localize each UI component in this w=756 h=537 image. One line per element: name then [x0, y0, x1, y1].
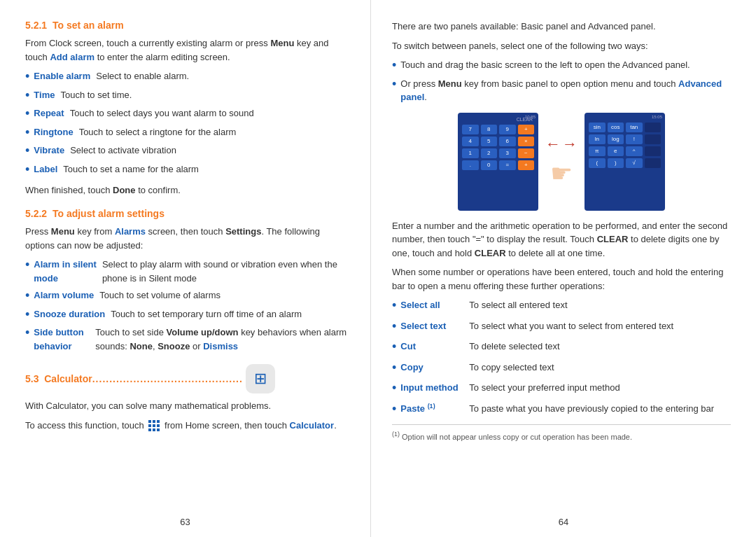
bullet-ringtone: • Ringtone Touch to select a ringtone fo…: [25, 125, 349, 141]
section-521-title: 5.2.1 To set an alarm: [25, 20, 349, 31]
arrow-right-icon: →: [562, 135, 578, 153]
calculator-icon: ⊞: [246, 364, 275, 393]
section-522-intro: Press Menu key from Alarms screen, then …: [25, 225, 349, 252]
bullet-dot: •: [25, 258, 29, 273]
alarm-adjust-list: • Alarm in silentmode Select to play ala…: [25, 258, 349, 353]
bullet-dot: •: [392, 381, 396, 396]
bullet-dot: •: [25, 69, 29, 85]
bullet-enable-alarm: • Enable alarm Select to enable alarm.: [25, 69, 349, 85]
bullet-silent-mode: • Alarm in silentmode Select to play ala…: [25, 258, 349, 285]
page-number-right: 64: [559, 517, 568, 527]
page-number-left: 63: [180, 517, 190, 527]
bullet-dot: •: [392, 77, 396, 92]
left-page: 5.2.1 To set an alarm From Clock screen,…: [0, 0, 371, 537]
calc-intro: With Calculator, you can solve many math…: [25, 399, 349, 413]
bullet-copy: • Copy To copy selected text: [392, 361, 731, 376]
section-53: 5.3 Calculator..........................…: [25, 364, 349, 432]
bullet-paste: • Paste (1) To paste what you have previ…: [392, 402, 731, 417]
bullet-select-text: • Select text To select what you want to…: [392, 319, 731, 335]
basic-calc-screen: 10:85 CLEAR 7 8 9 + 4 5 6 × 1 2 3 − . 0: [458, 113, 538, 211]
bullet-label: • Label Touch to set a name for the alar…: [25, 162, 349, 178]
calc-header: 5.3 Calculator..........................…: [25, 364, 349, 393]
basic-keypad: 7 8 9 + 4 5 6 × 1 2 3 − . 0 = +: [462, 125, 534, 170]
bullet-input-method: • Input method To select your preferred …: [392, 381, 731, 396]
right-body1: Enter a number and the arithmetic operat…: [392, 219, 731, 260]
bullet-dot: •: [25, 326, 29, 341]
bullet-dot: •: [25, 162, 29, 178]
calc-screenshots: 10:85 CLEAR 7 8 9 + 4 5 6 × 1 2 3 − . 0: [392, 113, 731, 211]
bullet-repeat: • Repeat Touch to select days you want a…: [25, 106, 349, 122]
section-522-header: 5.2.2 To adjust alarm settings: [25, 208, 349, 219]
right-page: There are two panels available: Basic pa…: [371, 0, 756, 537]
right-intro2: To switch between panels, select one of …: [392, 39, 731, 53]
bullet-dot: •: [25, 307, 29, 323]
right-body2: When some number or operations have been…: [392, 265, 731, 293]
bullet-dot: •: [25, 288, 29, 304]
bullet-dot: •: [392, 58, 396, 74]
section-521-intro: From Clock screen, touch a currently exi…: [25, 36, 349, 64]
advanced-calc-screen: 15:05 sin cos tan ln log ! π e ^ ( ) √: [584, 113, 665, 211]
bullet-dot: •: [25, 106, 29, 122]
alarm-settings-list: • Enable alarm Select to enable alarm. •…: [25, 69, 349, 178]
right-intro1: There are two panels available: Basic pa…: [392, 20, 731, 34]
advanced-keypad: sin cos tan ln log ! π e ^ ( ) √: [589, 123, 661, 168]
bullet-vibrate: • Vibrate Select to activate vibration: [25, 144, 349, 159]
bullet-menu: • Or press Menu key from basic panel to …: [392, 77, 731, 104]
bullet-time: • Time Touch to set time.: [25, 88, 349, 104]
bullet-side-button: • Side buttonbehavior Touch to set side …: [25, 326, 349, 353]
bullet-dot: •: [25, 144, 29, 159]
bullet-snooze: • Snooze duration Touch to set temporary…: [25, 307, 349, 323]
bullet-dot: •: [392, 361, 396, 376]
hand-icon: ☛: [550, 159, 573, 188]
bullet-dot: •: [392, 298, 396, 314]
bullet-select-all: • Select all To select all entered text: [392, 298, 731, 314]
bullet-dot: •: [392, 319, 396, 335]
bullet-cut: • Cut To delete selected text: [392, 340, 731, 355]
navigation-arrows: ← → ☛: [545, 135, 578, 188]
arrow-left-icon: ←: [545, 135, 561, 153]
panel-bullets: • Touch and drag the basic screen to the…: [392, 58, 731, 104]
bullet-dot: •: [392, 402, 396, 417]
footnote: (1) Option will not appear unless copy o…: [392, 424, 731, 441]
bullet-drag: • Touch and drag the basic screen to the…: [392, 58, 731, 74]
section-522-title: 5.2.2 To adjust alarm settings: [25, 208, 349, 219]
bullet-alarm-volume: • Alarm volume Touch to set volume of al…: [25, 288, 349, 304]
bullet-dot: •: [392, 340, 396, 355]
bullet-dot: •: [25, 125, 29, 141]
grid-icon: [148, 420, 160, 431]
calc-access: To access this function, touch from Home…: [25, 419, 349, 433]
operations-list: • Select all To select all entered text …: [392, 298, 731, 417]
bullet-dot: •: [25, 88, 29, 104]
section-521-footer: When finished, touch Done to confirm.: [25, 183, 349, 197]
